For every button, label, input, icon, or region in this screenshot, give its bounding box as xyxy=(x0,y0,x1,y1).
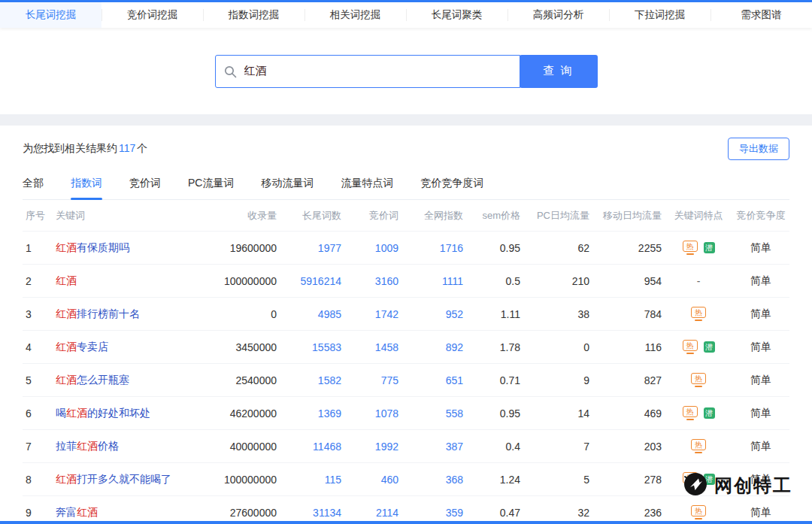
cell-pc_traffic: 62 xyxy=(523,242,592,254)
table-row: 5红酒怎么开瓶塞254000015827756510.719827热简单 xyxy=(23,364,789,397)
hot-badge-icon: 热 xyxy=(691,505,706,516)
cell-features: 热 xyxy=(665,307,732,322)
keyword-link[interactable]: 奔富红酒 xyxy=(53,506,208,519)
filter-tab-4[interactable]: PC流量词 xyxy=(188,177,234,199)
hot-badge-icon: 热 xyxy=(691,307,706,318)
cell-competition: 简单 xyxy=(732,274,789,288)
search-button[interactable]: 查 询 xyxy=(520,55,598,88)
cell-bids: 1009 xyxy=(344,242,401,254)
cell-bids: 1078 xyxy=(344,407,401,420)
top-tab-3[interactable]: 指数词挖掘 xyxy=(203,2,304,28)
cell-sem_price: 1.11 xyxy=(466,308,523,320)
cell-mobile_traffic: 236 xyxy=(592,507,665,519)
bottom-accent-stripe xyxy=(0,521,812,524)
keyword-link[interactable]: 红酒 xyxy=(53,274,208,288)
keyword-link[interactable]: 红酒怎么开瓶塞 xyxy=(53,374,208,387)
cell-pc_traffic: 7 xyxy=(523,441,592,453)
table-row: 1红酒有保质期吗196000001977100917160.95622255热潜… xyxy=(23,232,789,265)
col-keyword: 关键词 xyxy=(53,209,208,223)
potential-badge-icon: 潜 xyxy=(704,341,715,353)
top-tab-7[interactable]: 下拉词挖掘 xyxy=(609,2,710,28)
top-tab-8[interactable]: 需求图谱 xyxy=(710,2,812,28)
cell-bids: 1992 xyxy=(344,441,401,453)
top-tab-5[interactable]: 长尾词聚类 xyxy=(406,2,508,28)
cell-features: 热潜 xyxy=(665,406,732,421)
cell-longtail: 11468 xyxy=(280,441,344,453)
cell-features: 热 xyxy=(665,439,732,454)
cell-bids: 775 xyxy=(344,374,401,386)
cell-seq: 9 xyxy=(23,507,53,519)
search-input-wrap xyxy=(215,55,520,88)
filter-tab-3[interactable]: 竞价词 xyxy=(129,177,161,199)
keyword-link[interactable]: 红酒打开多久就不能喝了 xyxy=(53,473,208,486)
search-section: 查 询 xyxy=(0,28,812,114)
cell-sem_price: 0.5 xyxy=(466,275,523,287)
search-input[interactable] xyxy=(244,65,500,77)
keyword-link[interactable]: 红酒有保质期吗 xyxy=(53,241,208,255)
top-tab-1[interactable]: 长尾词挖掘 xyxy=(0,2,102,28)
cell-mobile_traffic: 469 xyxy=(592,407,665,420)
filter-tab-2[interactable]: 指数词 xyxy=(71,177,102,199)
cell-features: - xyxy=(665,275,732,287)
top-tab-2[interactable]: 竞价词挖掘 xyxy=(102,2,203,28)
keyword-link[interactable]: 红酒排行榜前十名 xyxy=(53,307,208,321)
cell-seq: 5 xyxy=(23,374,53,386)
cell-inclusions: 0 xyxy=(208,308,280,320)
table-row: 4红酒专卖店34500001558314588921.780116热潜简单 xyxy=(23,331,789,364)
filter-tab-7[interactable]: 竞价竞争度词 xyxy=(420,177,483,199)
cell-longtail: 31134 xyxy=(280,507,344,519)
hot-badge-icon: 热 xyxy=(683,340,698,351)
col-index: 全网指数 xyxy=(401,209,466,223)
keyword-link[interactable]: 拉菲红酒价格 xyxy=(53,440,208,453)
filter-tab-5[interactable]: 移动流量词 xyxy=(261,177,314,199)
top-tab-6[interactable]: 高频词分析 xyxy=(508,2,609,28)
cell-longtail: 15583 xyxy=(280,341,344,353)
cell-seq: 2 xyxy=(23,275,53,287)
cell-features: 热 xyxy=(665,373,732,388)
cell-mobile_traffic: 203 xyxy=(592,441,665,453)
top-tab-4[interactable]: 相关词挖掘 xyxy=(304,2,406,28)
filter-tab-6[interactable]: 流量特点词 xyxy=(341,177,393,199)
cell-bids: 3160 xyxy=(344,275,401,287)
cell-features: 热潜 xyxy=(665,340,732,355)
cell-longtail: 115 xyxy=(280,474,344,486)
table-row: 6喝红酒的好处和坏处46200000136910785580.9514469热潜… xyxy=(23,397,789,430)
cell-inclusions: 100000000 xyxy=(208,474,280,486)
col-mobile_traffic: 移动日均流量 xyxy=(592,209,665,223)
filter-tab-1[interactable]: 全部 xyxy=(23,177,44,199)
cell-sem_price: 0.95 xyxy=(466,242,523,254)
cell-mobile_traffic: 784 xyxy=(592,308,665,320)
keyword-link[interactable]: 红酒专卖店 xyxy=(53,341,208,354)
col-competition: 竞价竞争度 xyxy=(732,209,789,223)
hot-badge-icon: 热 xyxy=(691,373,706,384)
watermark: 网创特工 xyxy=(683,471,792,500)
cell-competition: 简单 xyxy=(732,506,789,519)
cell-bids: 1742 xyxy=(344,308,401,320)
cell-longtail: 4985 xyxy=(280,308,344,320)
col-bids: 竞价词 xyxy=(344,209,401,223)
cell-features: 热 xyxy=(665,505,732,520)
results-count-number: 117 xyxy=(119,142,135,154)
cell-competition: 简单 xyxy=(732,374,789,387)
table-row: 3红酒排行榜前十名0498517429521.1138784热简单 xyxy=(23,298,789,331)
col-sem_price: sem价格 xyxy=(466,209,523,223)
export-data-button[interactable]: 导出数据 xyxy=(728,138,789,160)
cell-index: 952 xyxy=(401,308,466,320)
keyword-link[interactable]: 喝红酒的好处和坏处 xyxy=(53,407,208,420)
cell-index: 387 xyxy=(401,441,466,453)
col-features: 关键词特点 xyxy=(665,209,732,223)
cell-mobile_traffic: 116 xyxy=(592,341,665,353)
cell-seq: 1 xyxy=(23,242,53,254)
cell-seq: 7 xyxy=(23,441,53,453)
cell-mobile_traffic: 954 xyxy=(592,275,665,287)
watermark-logo-icon xyxy=(683,471,708,500)
cell-bids: 460 xyxy=(344,474,401,486)
cell-pc_traffic: 32 xyxy=(523,507,592,519)
table-row: 2红酒1000000005916214316011110.5210954-简单 xyxy=(23,265,789,298)
cell-sem_price: 0.47 xyxy=(466,507,523,519)
cell-sem_price: 1.24 xyxy=(466,474,523,486)
cell-pc_traffic: 38 xyxy=(523,308,592,320)
cell-seq: 6 xyxy=(23,407,53,420)
cell-seq: 3 xyxy=(23,308,53,320)
cell-index: 359 xyxy=(401,507,466,519)
